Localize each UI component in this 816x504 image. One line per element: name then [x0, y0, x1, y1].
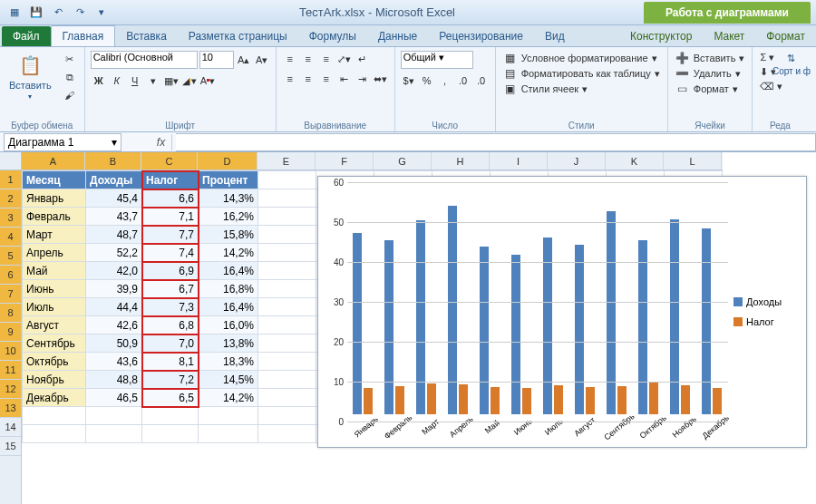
paste-button[interactable]: 📋 Вставить ▾ [5, 51, 55, 102]
excel-icon[interactable]: ▦ [5, 4, 24, 22]
legend-item-tax[interactable]: Налог [733, 316, 801, 327]
format-cells-button[interactable]: ▭Формат ▾ [674, 82, 740, 96]
undo-button[interactable]: ↶ [49, 4, 67, 22]
bar-Доходы[interactable] [702, 228, 711, 414]
bar-Доходы[interactable] [353, 233, 362, 414]
redo-button[interactable]: ↷ [71, 4, 89, 22]
bar-Доходы[interactable] [638, 240, 647, 414]
col-header-G[interactable]: G [374, 152, 432, 170]
row-header-11[interactable]: 11 [0, 361, 21, 380]
row-header-15[interactable]: 15 [0, 437, 21, 456]
font-size-select[interactable]: 10 [199, 51, 234, 69]
col-header-C[interactable]: C [141, 152, 198, 170]
formula-input[interactable] [176, 133, 816, 151]
copy-button[interactable]: ⧉ [61, 69, 79, 85]
decrease-indent-button[interactable]: ⇤ [336, 71, 353, 87]
wrap-text-button[interactable]: ↵ [355, 51, 371, 67]
bar-Налог[interactable] [522, 388, 531, 414]
decrease-font-button[interactable]: A▾ [254, 52, 270, 68]
row-header-6[interactable]: 6 [0, 266, 21, 285]
bar-group[interactable] [636, 240, 662, 414]
align-center-button[interactable]: ≡ [300, 71, 316, 87]
bar-Налог[interactable] [459, 384, 468, 414]
bold-button[interactable]: Ж [91, 73, 107, 89]
delete-cells-button[interactable]: ➖Удалить ▾ [674, 66, 743, 81]
align-middle-button[interactable]: ≡ [300, 51, 316, 67]
chevron-down-icon[interactable]: ▾ [112, 136, 117, 149]
cut-button[interactable]: ✂ [61, 51, 79, 67]
tab-view[interactable]: Вид [534, 26, 576, 46]
align-bottom-button[interactable]: ≡ [318, 51, 335, 67]
bar-group[interactable] [477, 247, 503, 414]
tab-page-layout[interactable]: Разметка страницы [178, 26, 298, 46]
fx-button[interactable]: fx [151, 134, 172, 150]
bar-Доходы[interactable] [670, 219, 679, 414]
align-left-button[interactable]: ≡ [282, 71, 298, 87]
col-header-K[interactable]: K [606, 152, 664, 170]
table-header-month[interactable]: Месяц [23, 171, 86, 189]
fill-color-button[interactable]: ◢▾ [181, 73, 198, 89]
bar-Налог[interactable] [586, 387, 595, 414]
bar-Налог[interactable] [649, 382, 658, 414]
col-header-E[interactable]: E [257, 152, 316, 170]
table-header-tax[interactable]: Налог [142, 171, 199, 189]
italic-button[interactable]: К [109, 73, 125, 89]
legend-item-income[interactable]: Доходы [733, 296, 801, 307]
qat-dropdown[interactable]: ▾ [92, 4, 111, 22]
increase-indent-button[interactable]: ⇥ [355, 71, 371, 87]
conditional-formatting-button[interactable]: ▦Условное форматирование ▾ [501, 51, 659, 65]
bar-Налог[interactable] [364, 388, 373, 414]
table-header-income[interactable]: Доходы [86, 171, 142, 189]
bar-Доходы[interactable] [384, 240, 393, 414]
bar-group[interactable] [509, 255, 535, 414]
col-header-F[interactable]: F [316, 152, 374, 170]
tab-chart-layout[interactable]: Макет [703, 26, 755, 46]
bar-Налог[interactable] [491, 387, 500, 414]
tab-chart-format[interactable]: Формат [755, 26, 816, 46]
bar-group[interactable] [604, 211, 630, 414]
bar-group[interactable] [413, 220, 440, 414]
font-color-button[interactable]: A▾ [199, 73, 216, 89]
col-header-I[interactable]: I [490, 152, 548, 170]
bar-Доходы[interactable] [607, 211, 616, 414]
underline-dropdown[interactable]: ▾ [145, 73, 161, 89]
row-header-4[interactable]: 4 [0, 228, 21, 247]
increase-font-button[interactable]: A▴ [236, 52, 252, 68]
tab-home[interactable]: Главная [51, 25, 116, 46]
tab-insert[interactable]: Вставка [115, 26, 178, 46]
bar-Налог[interactable] [617, 386, 627, 414]
align-right-button[interactable]: ≡ [318, 71, 335, 87]
bar-Налог[interactable] [554, 385, 563, 414]
chart-plot-area[interactable]: 0102030405060 ЯнварьФевральМартАпрельМай… [324, 182, 728, 441]
row-header-12[interactable]: 12 [0, 380, 21, 399]
col-header-A[interactable]: A [22, 152, 85, 170]
underline-button[interactable]: Ч [127, 73, 143, 89]
bar-group[interactable] [382, 240, 408, 414]
orientation-button[interactable]: ⤢▾ [336, 51, 353, 67]
tab-formulas[interactable]: Формулы [298, 26, 367, 46]
row-header-8[interactable]: 8 [0, 304, 21, 323]
col-header-H[interactable]: H [432, 152, 490, 170]
save-button[interactable]: 💾 [27, 4, 45, 22]
format-painter-button[interactable]: 🖌 [61, 87, 79, 103]
bar-Доходы[interactable] [543, 237, 552, 414]
bar-Доходы[interactable] [448, 206, 457, 414]
col-header-L[interactable]: L [664, 152, 722, 170]
bar-Доходы[interactable] [575, 245, 584, 414]
row-header-5[interactable]: 5 [0, 247, 21, 266]
font-name-select[interactable]: Calibri (Основной [91, 51, 198, 69]
tab-file[interactable]: Файл [2, 26, 51, 46]
percent-button[interactable]: % [419, 73, 435, 89]
row-header-3[interactable]: 3 [0, 208, 21, 228]
bar-Доходы[interactable] [416, 220, 425, 414]
select-all-corner[interactable] [0, 152, 21, 170]
bar-group[interactable] [699, 228, 725, 414]
currency-button[interactable]: $▾ [401, 73, 417, 89]
col-header-J[interactable]: J [548, 152, 606, 170]
row-header-13[interactable]: 13 [0, 399, 21, 418]
row-header-9[interactable]: 9 [0, 323, 21, 342]
bar-Налог[interactable] [713, 388, 722, 414]
row-header-14[interactable]: 14 [0, 418, 21, 437]
tab-review[interactable]: Рецензирование [428, 26, 534, 46]
chart-legend[interactable]: Доходы Налог [728, 182, 801, 441]
